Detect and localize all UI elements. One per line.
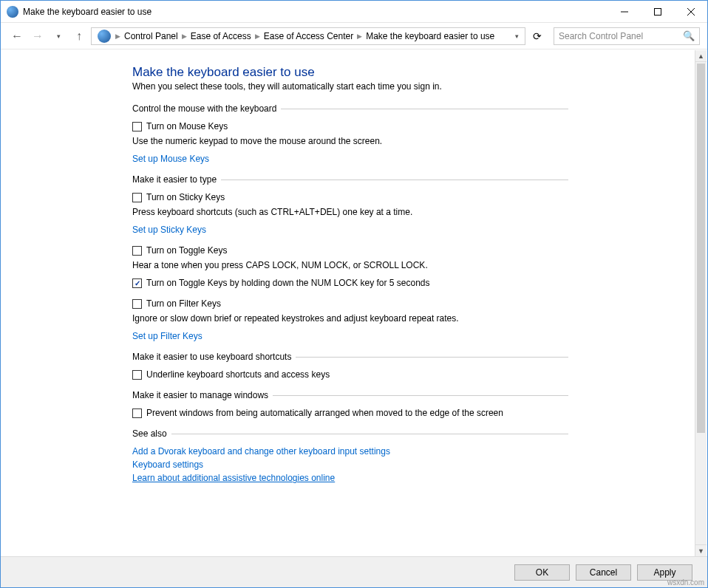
scroll-down-icon[interactable]: ▼ [695,544,707,556]
refresh-button[interactable]: ⟳ [528,27,546,45]
crumb-ease-of-access[interactable]: Ease of Access [188,31,253,41]
content-area: Make the keyboard easier to use When you… [1,50,707,501]
navbar: ← → ▾ ↑ ▶ Control Panel ▶ Ease of Access… [1,23,707,49]
maximize-button[interactable] [641,1,674,22]
watermark: wsxdn.com [667,578,704,587]
crumb-ease-center[interactable]: Ease of Access Center [262,31,355,41]
up-button[interactable]: ↑ [70,27,88,45]
cancel-button[interactable]: Cancel [576,564,631,581]
ok-button[interactable]: OK [514,564,570,581]
label-toggle-keys-numlock: Turn on Toggle Keys by holding down the … [146,278,430,288]
checkbox-toggle-keys-numlock[interactable] [132,278,142,288]
footer-buttons: OK Cancel Apply [1,556,707,587]
control-panel-breadcrumb-icon [98,30,111,43]
desc-mouse-keys: Use the numeric keypad to move the mouse… [132,136,568,146]
chevron-right-icon: ▶ [114,33,122,40]
link-assistive-tech[interactable]: Learn about additional assistive technol… [132,473,568,483]
link-dvorak[interactable]: Add a Dvorak keyboard and change other k… [132,446,568,457]
minimize-button[interactable] [607,1,641,22]
checkbox-filter-keys[interactable] [132,299,142,309]
recent-dropdown[interactable]: ▾ [50,27,67,45]
back-button[interactable]: ← [8,27,26,45]
section-mouse-heading: Control the mouse with the keyboard [132,103,568,114]
label-mouse-keys: Turn on Mouse Keys [146,121,228,131]
svg-rect-1 [654,8,661,15]
chevron-right-icon: ▶ [253,33,262,40]
close-button[interactable] [674,1,707,22]
control-panel-icon [7,6,18,18]
label-toggle-keys: Turn on Toggle Keys [146,245,227,256]
desc-filter-keys: Ignore or slow down brief or repeated ke… [132,313,568,324]
checkbox-prevent-arrange[interactable] [132,408,142,418]
chevron-right-icon: ▶ [180,33,188,40]
checkbox-mouse-keys[interactable] [132,122,142,131]
label-prevent-arrange: Prevent windows from being automatically… [146,408,503,418]
vertical-scrollbar[interactable]: ▲ ▼ [695,50,707,556]
search-placeholder: Search Control Panel [559,31,643,41]
link-setup-filter-keys[interactable]: Set up Filter Keys [132,331,568,341]
crumb-current[interactable]: Make the keyboard easier to use [364,31,497,41]
desc-sticky-keys: Press keyboard shortcuts (such as CTRL+A… [132,207,568,217]
forward-button[interactable]: → [29,27,47,45]
scroll-up-icon[interactable]: ▲ [695,50,707,62]
checkbox-underline-shortcuts[interactable] [132,370,142,380]
section-windows-heading: Make it easier to manage windows [132,390,568,400]
crumb-control-panel[interactable]: Control Panel [122,31,180,41]
search-icon: 🔍 [683,30,695,41]
label-underline-shortcuts: Underline keyboard shortcuts and access … [146,369,330,380]
link-setup-sticky-keys[interactable]: Set up Sticky Keys [132,225,568,235]
checkbox-toggle-keys[interactable] [132,246,142,256]
breadcrumb[interactable]: ▶ Control Panel ▶ Ease of Access ▶ Ease … [91,27,525,45]
label-sticky-keys: Turn on Sticky Keys [146,192,225,202]
page-subtitle: When you select these tools, they will a… [132,81,568,92]
section-shortcuts-heading: Make it easier to use keyboard shortcuts [132,352,568,362]
page-title: Make the keyboard easier to use [132,65,568,80]
breadcrumb-dropdown[interactable]: ▾ [512,33,522,40]
desc-toggle-keys: Hear a tone when you press CAPS LOCK, NU… [132,260,568,270]
section-seealso-heading: See also [132,428,568,439]
scroll-thumb[interactable] [697,64,705,433]
titlebar: Make the keyboard easier to use [1,1,707,23]
window-title: Make the keyboard easier to use [23,7,607,17]
search-input[interactable]: Search Control Panel 🔍 [554,27,700,45]
chevron-right-icon: ▶ [355,33,364,40]
section-type-heading: Make it easier to type [132,174,568,185]
label-filter-keys: Turn on Filter Keys [146,298,221,309]
link-keyboard-settings[interactable]: Keyboard settings [132,459,568,470]
checkbox-sticky-keys[interactable] [132,193,142,202]
link-setup-mouse-keys[interactable]: Set up Mouse Keys [132,154,568,164]
